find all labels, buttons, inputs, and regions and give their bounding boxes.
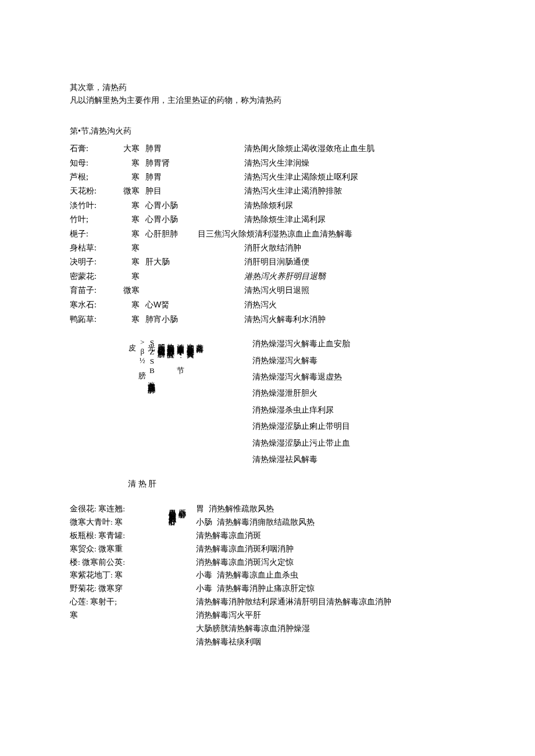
- sec3-prefix: 小毒: [196, 569, 212, 582]
- sec3-left-line: 金很花: 寒连翘:: [70, 503, 166, 516]
- section3-header: 清 热 肝: [128, 478, 465, 490]
- herb-temp: 寒: [110, 228, 145, 241]
- section3-right-column: 胃消热解惟疏散风热小肠清热解毒消痈散结疏散风热清热解毒凉血消斑清热解毒凉血消斑利…: [196, 503, 391, 649]
- herb-meridian: 肺胃: [145, 142, 198, 155]
- herb-meridian: 心胃小肠: [145, 199, 198, 212]
- section2-right-list: 消热燥湿泻火解毒止血安胎消热燥湿泻火解毒清热燥湿泻火解毒退虚热消热燥湿泄肝胆火消…: [252, 338, 350, 466]
- sec3-prefix: 小肠: [196, 516, 212, 529]
- herb-effect: 清热泻火明日退照: [244, 284, 465, 297]
- vertical-text-column: 光SZSB迷方勿忘大肠肠胱脾肝: [147, 338, 156, 381]
- section1-title: 第•节,清热沟火药: [70, 125, 465, 138]
- herb-meridian: 肝大肠: [145, 256, 198, 268]
- section2-vertical-columns: 龙苦秦椿白次若连柏胆参皮皮鲜其黄黄黄清寒寒寒寒寒寒::节热大胆肠胃懒肺心肾肝心肝…: [128, 338, 205, 381]
- herb-name: 芦根;: [70, 171, 110, 184]
- vertical-text-column: 皮: [128, 338, 137, 381]
- sec3-left-line: 寒: [70, 609, 166, 622]
- herb-temp: 寒: [110, 199, 145, 212]
- herb-effect: 消热泻火: [244, 299, 465, 311]
- herb-temp: 微寒: [110, 185, 145, 198]
- table-row: 竹叶;寒心胃小肠清热除烦生津止渴利尿: [70, 213, 465, 226]
- sec3-right-line: 消热解毒泻火平肝: [196, 609, 391, 622]
- herb-name: 天花粉:: [70, 185, 110, 198]
- intro-line-2: 凡以消解里热为主要作用，主治里热证的药物，称为清热药: [70, 94, 465, 107]
- table-row: 知母:寒肺胃肾清热泻火生津润燥: [70, 157, 465, 170]
- herb-temp: 寒: [110, 157, 145, 170]
- sec3-effect: 清热解毒凉血止血杀虫: [217, 569, 298, 582]
- sec3-left-line: 微寒大青叶: 寒: [70, 516, 166, 529]
- section2-block: 龙苦秦椿白次若连柏胆参皮皮鲜其黄黄黄清寒寒寒寒寒寒::节热大胆肠胃懒肺心肾肝心肝…: [128, 338, 465, 466]
- herb-meridian: 心W胬: [145, 298, 198, 311]
- sec3-left-line: 寒紫花地丁: 寒: [70, 569, 166, 582]
- sec3-effect: 消热解毒泻火平肝: [196, 609, 261, 622]
- vertical-text-column: 心心胃目肺胃胃肝心肺群肺肺心心肝肝肝: [168, 503, 177, 513]
- vertical-text-column: 热大胆肠胃懒肺心肾肝心肝大脾: [166, 338, 176, 381]
- herb-meridian: 肺胃肾: [145, 157, 198, 170]
- section3-left-column: 金很花: 寒连翘:微寒大青叶: 寒板瓶根: 寒青罐:寒贸众: 微寒重楼: 微寒前…: [70, 503, 166, 622]
- herb-effect: 清热除烦生津止渴利尿: [244, 213, 465, 226]
- table-row: 淡竹叶:寒心胃小肠清热除烦利尿: [70, 199, 465, 212]
- herb-meridian: 肺宵小肠: [145, 313, 198, 326]
- intro-block: 其次章，清热药 凡以消解里热为主要作用，主治里热证的药物，称为清热药: [70, 81, 465, 108]
- herb-effect: 清热泻火生津润燥: [244, 157, 465, 170]
- sec3-prefix: 胃: [196, 503, 204, 516]
- herb-effect: 清热泻火生津止渴消肿排脓: [244, 185, 465, 198]
- table-row: 梔子:寒心肝胆肺目三焦泻火除烦清利湿热凉血止血清热解毒: [70, 228, 465, 241]
- table-row: 天花粉:微寒肿目清热泻火生津止渴消肿排脓: [70, 185, 465, 198]
- herb-temp: 微寒: [110, 284, 145, 297]
- herb-effect: 消肝火散结消肿: [244, 242, 465, 255]
- effect-line: 消热燥湿泄肝胆火: [252, 387, 350, 400]
- table-row: 决明子:寒肝大肠消肝明目润肠通便: [70, 256, 465, 268]
- sec3-right-line: 清热解毒凉血消斑利咽消肿: [196, 543, 391, 556]
- table-row: 身枯草:寒消肝火散结消肿: [70, 242, 465, 255]
- sec3-effect: 清热解毒消痈散结疏散风热: [217, 516, 315, 529]
- sec3-right-line: 小毒清热解毒凉血止血杀虫: [196, 569, 391, 582]
- vertical-text-column: 次若连柏胆参皮皮鲜其黄黄黄: [186, 338, 195, 381]
- sec3-right-line: 小毒清热解毒消肿止痛凉肝定惊: [196, 582, 391, 596]
- vertical-text-column: >β½膀: [138, 338, 147, 381]
- herb-effect: 清热闺火除烦止渴收湿敛疮止血生肌: [244, 142, 465, 155]
- herb-mid: 目三焦泻火除烦清利湿热凉血止血清热解毒: [198, 228, 465, 241]
- herb-name: 决明子:: [70, 256, 110, 268]
- table-row: 寒水石:寒心W胬消热泻火: [70, 298, 465, 311]
- herb-name: 育苗子:: [70, 284, 110, 297]
- sec3-right-line: 大肠膀胱清热解毒凉血消肿燥湿: [196, 622, 391, 636]
- effect-line: 清热燥湿泻火解毒退虚热: [252, 371, 350, 384]
- herb-temp: 寒: [110, 213, 145, 226]
- herb-temp: 寒: [110, 242, 145, 255]
- herb-name: 鸭跖草:: [70, 313, 110, 326]
- effect-line: 消热燥湿泻火解毒止血安胎: [252, 338, 350, 350]
- herb-temp: 寒: [110, 270, 145, 283]
- sec3-effect: 消热解毒凉血消斑泻火定惊: [196, 556, 294, 569]
- herb-temp: 寒: [110, 171, 145, 184]
- effect-line: 消热燥湿涩肠止痢止带明目: [252, 420, 350, 433]
- effect-line: 消热燥湿泻火解毒: [252, 354, 350, 367]
- herb-meridian: 心肝胆肺: [145, 228, 198, 241]
- sec3-effect: 大肠膀胱清热解毒凉血消肿燥湿: [196, 622, 310, 636]
- sec3-right-line: 消热解毒凉血消斑泻火定惊: [196, 556, 391, 569]
- table-row: 鸭跖草:寒肺宵小肠清热泻火解毒利水消肿: [70, 313, 465, 326]
- herb-meridian: 肺胃: [145, 171, 198, 184]
- effect-line: 清热燥湿涩肠止污止带止血: [252, 437, 350, 450]
- vertical-text-column: 心肝心肺解: [178, 503, 187, 513]
- sec3-right-line: 清热解毒凉血消斑: [196, 529, 391, 543]
- sec3-effect: 清热解毒消肿止痛凉肝定惊: [217, 582, 315, 596]
- sec3-effect: 清热解毒祛痰利咽: [196, 636, 261, 649]
- sec3-prefix: 小毒: [196, 582, 212, 596]
- sec3-effect: 清热解毒凉血消斑: [196, 529, 261, 543]
- vertical-text-column: 龙苦秦椿白: [195, 338, 205, 381]
- herb-effect: 港热泻火养肝明目退翳: [244, 270, 465, 283]
- sec3-effect: 清热解毒凉血消斑利咽消肿: [196, 543, 294, 556]
- sec3-right-line: 清热解毒祛痰利咽: [196, 636, 391, 649]
- table-row: 育苗子:微寒清热泻火明日退照: [70, 284, 465, 297]
- herb-effect: 清热除烦利尿: [244, 199, 465, 212]
- herb-name: 密蒙花:: [70, 270, 110, 283]
- section3-mid-vertical: 心肝心肺解心心胃目肺胃胃肝心肺群肺肺心心肝肝肝: [168, 503, 187, 513]
- herb-name: 寒水石:: [70, 299, 110, 311]
- herb-temp: 寒: [110, 299, 145, 311]
- herb-temp: 大寒: [110, 142, 145, 155]
- sec3-left-line: 野菊花: 微寒穿: [70, 582, 166, 596]
- intro-line-1: 其次章，清热药: [70, 81, 465, 94]
- section3-block: 清 热 肝 金很花: 寒连翘:微寒大青叶: 寒板瓶根: 寒青罐:寒贸众: 微寒重…: [70, 478, 465, 649]
- sec3-effect: 消热解惟疏散风热: [209, 503, 274, 516]
- table-row: 芦根;寒肺胃清热泻火生津止渴除烦止呕利尿: [70, 171, 465, 184]
